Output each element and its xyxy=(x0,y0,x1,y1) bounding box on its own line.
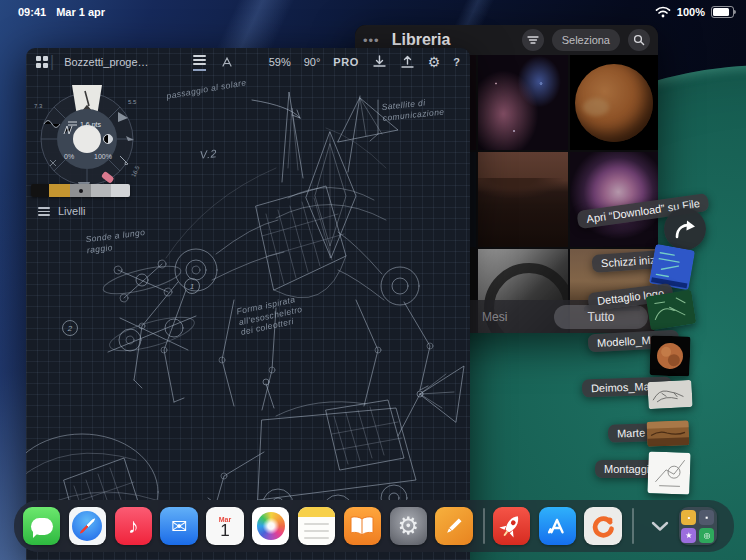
swatch-gold[interactable] xyxy=(49,184,70,197)
drag-thumb-montaggio[interactable] xyxy=(647,451,690,494)
swatch-white[interactable] xyxy=(111,184,130,197)
dock-icon-music[interactable]: ♪ xyxy=(115,507,152,545)
dock-icon-app-library[interactable]: • ▪ ★ ◎ xyxy=(679,507,716,545)
search-icon xyxy=(633,34,645,46)
opacity-min-label: 0% xyxy=(64,153,74,160)
stroke-size-label: 1,6 pts xyxy=(80,121,102,129)
document-title[interactable]: Bozzetti_proge… xyxy=(64,56,148,68)
drag-thumb-deimos[interactable] xyxy=(647,380,692,409)
rotation-angle[interactable]: 90° xyxy=(304,56,321,68)
filter-button[interactable] xyxy=(522,29,544,51)
search-button[interactable] xyxy=(628,29,650,51)
notes-paper-icon xyxy=(298,507,335,545)
concepts-toolbar: | Bozzetti_proge… 59% 90° PRO ⚙ ? xyxy=(26,48,470,76)
appstore-a-icon xyxy=(542,511,572,541)
dock-icon-photos[interactable] xyxy=(252,507,289,545)
toolbar-divider: | xyxy=(50,53,54,71)
window-controls-button[interactable]: ••• xyxy=(363,33,380,48)
dock-icon-mail[interactable]: ✉ xyxy=(160,507,197,545)
dock-collapse-button[interactable] xyxy=(648,500,674,552)
chevron-down-icon xyxy=(650,520,670,532)
wifi-icon xyxy=(655,6,671,18)
battery-percent: 100% xyxy=(677,6,705,18)
dock-icon-rocket[interactable] xyxy=(493,507,530,545)
dock-icon-messages[interactable] xyxy=(23,507,60,545)
tab-months[interactable]: Mesi xyxy=(482,310,507,324)
wheel-size-7: 7.3 xyxy=(34,103,43,109)
dock-divider xyxy=(483,508,484,544)
app-library-grid: • ▪ ★ ◎ xyxy=(681,510,714,543)
battery-icon xyxy=(711,6,734,18)
pen-icon xyxy=(441,513,467,539)
gallery-grid-icon[interactable] xyxy=(36,56,48,68)
dock-icon-notes[interactable] xyxy=(298,507,335,545)
concepts-drawing-window[interactable]: | Bozzetti_proge… 59% 90° PRO ⚙ ? 1,6 pt… xyxy=(26,48,470,560)
swatch-gray-selected[interactable] xyxy=(70,184,91,197)
dock-icon-settings[interactable]: ⚙ xyxy=(390,507,427,545)
settings-gear-icon[interactable]: ⚙ xyxy=(428,54,441,70)
layers-list-icon xyxy=(38,205,50,218)
tool-wheel[interactable]: 1,6 pts 0% 100% 7.3 5.5 16.5 6.9 xyxy=(28,82,146,200)
drag-thumb-marte[interactable] xyxy=(647,420,690,446)
orange-swirl-icon xyxy=(588,511,618,541)
pro-badge[interactable]: PRO xyxy=(333,56,358,68)
forward-arrow-icon xyxy=(672,217,698,241)
dock-icon-safari[interactable] xyxy=(69,507,106,545)
filter-lines-icon xyxy=(527,35,539,45)
swatch-light-gray[interactable] xyxy=(91,184,111,197)
message-bubble-icon xyxy=(31,518,53,535)
dock-icon-calendar[interactable]: Mar 1 xyxy=(206,507,243,545)
layers-button[interactable]: Livelli xyxy=(38,205,86,218)
compass-icon xyxy=(72,511,102,541)
clock: 09:41 xyxy=(18,6,46,18)
layers-panel-icon[interactable] xyxy=(193,53,206,71)
annotation-number-2: 2 xyxy=(62,320,78,336)
color-swatch-bar[interactable] xyxy=(31,184,130,197)
zoom-level[interactable]: 59% xyxy=(269,56,291,68)
date: Mar 1 apr xyxy=(56,6,105,18)
wheel-size-5: 5.5 xyxy=(128,99,137,105)
status-bar: 09:41 Mar 1 apr 100% xyxy=(0,0,746,24)
dock-icon-app-store[interactable] xyxy=(539,507,576,545)
swatch-black[interactable] xyxy=(31,184,49,197)
select-button[interactable]: Seleziona xyxy=(552,29,620,51)
dock-icon-concepts[interactable] xyxy=(435,507,472,545)
selected-swatch-dot xyxy=(79,189,83,193)
export-icon[interactable] xyxy=(400,55,415,69)
mini-app-camera: ▪ xyxy=(699,510,714,525)
mini-app-yellow: • xyxy=(681,510,696,525)
precision-pen-icon[interactable] xyxy=(220,55,234,69)
annotation-version: V.2 xyxy=(199,147,217,162)
dock-divider xyxy=(632,508,633,544)
help-button[interactable]: ? xyxy=(453,56,460,68)
envelope-icon: ✉ xyxy=(171,515,187,538)
wheel-size-16: 16.5 xyxy=(130,164,141,178)
drag-thumb-logo[interactable] xyxy=(646,290,697,331)
mini-app-green: ◎ xyxy=(699,528,714,543)
import-icon[interactable] xyxy=(372,55,387,69)
dock-icon-books[interactable] xyxy=(344,507,381,545)
annotation-number-1: 1 xyxy=(184,278,200,294)
rocket-icon xyxy=(493,507,530,545)
drag-thumb-sketches[interactable] xyxy=(649,244,695,290)
photos-flower-icon xyxy=(257,512,285,540)
music-note-icon: ♪ xyxy=(128,514,139,538)
dock: ♪ ✉ Mar 1 ⚙ xyxy=(14,500,734,552)
share-forward-button[interactable] xyxy=(664,208,706,250)
layers-label: Livelli xyxy=(58,205,86,217)
gear-icon: ⚙ xyxy=(398,512,420,540)
grid-settings-icon[interactable] xyxy=(166,56,179,69)
page-title: Libreria xyxy=(392,31,514,49)
opacity-max-label: 100% xyxy=(94,153,112,160)
mini-app-star: ★ xyxy=(681,528,696,543)
drag-thumb-mars-model[interactable] xyxy=(649,335,690,376)
calendar-day: 1 xyxy=(220,523,229,539)
dock-icon-orange-swirl-app[interactable] xyxy=(584,507,621,545)
open-book-icon xyxy=(349,515,375,537)
